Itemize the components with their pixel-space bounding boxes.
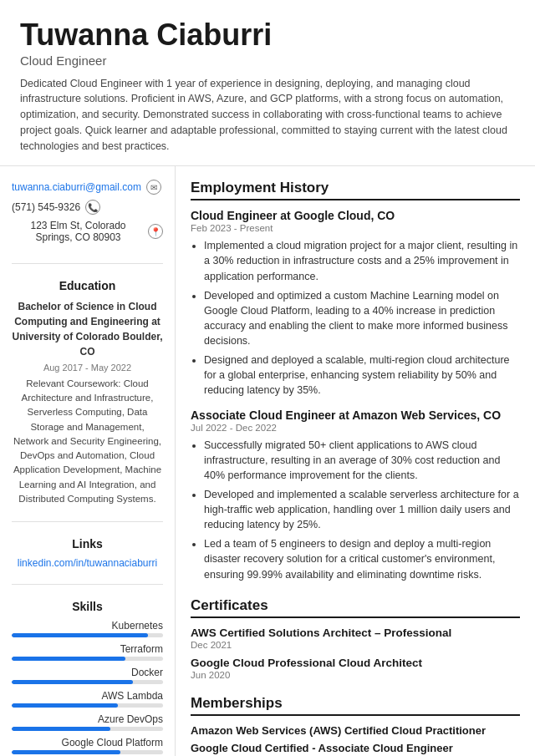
- left-column: tuwanna.ciaburri@gmail.com ✉ (571) 545-9…: [0, 166, 176, 756]
- skill-bar-fill: [12, 657, 125, 661]
- coursework-text: Relevant Coursework: Cloud Architecture …: [12, 377, 163, 506]
- skill-label: Docker: [12, 667, 163, 678]
- memberships-list: Amazon Web Services (AWS) Certified Clou…: [191, 724, 520, 754]
- email-link[interactable]: tuwanna.ciaburri@gmail.com: [12, 181, 141, 193]
- bullet-item: Designed and deployed a scalable, multi-…: [204, 353, 520, 398]
- email-icon: ✉: [146, 180, 161, 195]
- resume-container: Tuwanna Ciaburri Cloud Engineer Dedicate…: [0, 0, 535, 756]
- skill-bar-bg: [12, 680, 163, 684]
- phone-item: (571) 545-9326 📞: [12, 200, 163, 215]
- links-title: Links: [12, 537, 163, 551]
- skill-bar-fill: [12, 703, 118, 708]
- phone-text: (571) 545-9326: [12, 201, 80, 213]
- employment-section: Employment History Cloud Engineer at Goo…: [191, 180, 520, 581]
- job-title: Cloud Engineer at Google Cloud, CO: [191, 209, 520, 222]
- address-text: 123 Elm St, Colorado Springs, CO 80903: [12, 220, 145, 243]
- skill-bar-fill: [12, 633, 148, 637]
- phone-icon: 📞: [85, 200, 100, 215]
- header: Tuwanna Ciaburri Cloud Engineer Dedicate…: [0, 0, 535, 166]
- skill-bar-bg: [12, 750, 163, 754]
- right-column: Employment History Cloud Engineer at Goo…: [176, 166, 535, 756]
- skill-item: Azure DevOps: [12, 713, 163, 731]
- location-icon: 📍: [148, 224, 163, 239]
- cert-date: Jun 2020: [191, 670, 520, 680]
- job-bullets: Implemented a cloud migration project fo…: [191, 238, 520, 398]
- contact-section: tuwanna.ciaburri@gmail.com ✉ (571) 545-9…: [12, 180, 163, 264]
- skill-item: Google Cloud Platform: [12, 737, 163, 754]
- skill-bar-bg: [12, 633, 163, 637]
- cert-name: AWS Certified Solutions Architect – Prof…: [191, 627, 520, 639]
- skill-bar-bg: [12, 727, 163, 731]
- education-dates: Aug 2017 - May 2022: [12, 361, 163, 375]
- certificates-section: Certificates AWS Certified Solutions Arc…: [191, 597, 520, 680]
- skill-bar-bg: [12, 703, 163, 708]
- skill-label: Kubernetes: [12, 620, 163, 632]
- skills-section: Skills Kubernetes Terraform Docker AWS L…: [12, 600, 163, 756]
- job-dates: Jul 2022 - Dec 2022: [191, 423, 520, 433]
- skill-item: AWS Lambda: [12, 690, 163, 708]
- job-bullets: Successfully migrated 50+ client applica…: [191, 438, 520, 582]
- certificates-title: Certificates: [191, 597, 520, 618]
- links-section: Links linkedin.com/in/tuwannaciaburri: [12, 537, 163, 585]
- skills-title: Skills: [12, 600, 163, 613]
- job-entry: Associate Cloud Engineer at Amazon Web S…: [191, 408, 520, 582]
- education-title: Education: [12, 279, 163, 292]
- membership-item: Google Cloud Certified - Associate Cloud…: [191, 742, 520, 754]
- summary-text: Dedicated Cloud Engineer with 1 year of …: [20, 76, 515, 155]
- skill-bar-fill: [12, 680, 133, 684]
- bullet-item: Implemented a cloud migration project fo…: [204, 238, 520, 283]
- skill-item: Kubernetes: [12, 620, 163, 637]
- body-columns: tuwanna.ciaburri@gmail.com ✉ (571) 545-9…: [0, 166, 535, 756]
- memberships-title: Memberships: [191, 695, 520, 716]
- skill-bar-fill: [12, 750, 120, 754]
- skill-item: Docker: [12, 667, 163, 684]
- education-section: Education Bachelor of Science in Cloud C…: [12, 279, 163, 522]
- bullet-item: Developed and optimized a custom Machine…: [204, 288, 520, 349]
- cert-name: Google Cloud Professional Cloud Architec…: [191, 657, 520, 669]
- job-dates: Feb 2023 - Present: [191, 223, 520, 233]
- degree-text: Bachelor of Science in Cloud Computing a…: [12, 299, 163, 359]
- skill-label: Terraform: [12, 643, 163, 655]
- bullet-item: Developed and implemented a scalable ser…: [204, 487, 520, 532]
- skill-bar-fill: [12, 727, 110, 731]
- certs-list: AWS Certified Solutions Architect – Prof…: [191, 627, 520, 680]
- skills-list: Kubernetes Terraform Docker AWS Lambda A…: [12, 620, 163, 756]
- membership-item: Amazon Web Services (AWS) Certified Clou…: [191, 724, 520, 737]
- cert-date: Dec 2021: [191, 640, 520, 650]
- memberships-section: Memberships Amazon Web Services (AWS) Ce…: [191, 695, 520, 754]
- skill-label: AWS Lambda: [12, 690, 163, 702]
- email-item: tuwanna.ciaburri@gmail.com ✉: [12, 180, 163, 195]
- skill-item: Terraform: [12, 643, 163, 661]
- linkedin-link[interactable]: linkedin.com/in/tuwannaciaburri: [12, 557, 163, 569]
- bullet-item: Led a team of 5 engineers to design and …: [204, 536, 520, 581]
- candidate-title: Cloud Engineer: [20, 53, 515, 68]
- skill-label: Google Cloud Platform: [12, 737, 163, 748]
- employment-title: Employment History: [191, 180, 520, 200]
- bullet-item: Successfully migrated 50+ client applica…: [204, 438, 520, 483]
- education-detail: Bachelor of Science in Cloud Computing a…: [12, 299, 163, 506]
- cert-entry: AWS Certified Solutions Architect – Prof…: [191, 627, 520, 650]
- cert-entry: Google Cloud Professional Cloud Architec…: [191, 657, 520, 680]
- skill-bar-bg: [12, 657, 163, 661]
- address-item: 123 Elm St, Colorado Springs, CO 80903 📍: [12, 220, 163, 243]
- jobs-list: Cloud Engineer at Google Cloud, CO Feb 2…: [191, 209, 520, 581]
- job-entry: Cloud Engineer at Google Cloud, CO Feb 2…: [191, 209, 520, 398]
- candidate-name: Tuwanna Ciaburri: [20, 18, 515, 52]
- job-title: Associate Cloud Engineer at Amazon Web S…: [191, 408, 520, 422]
- skill-label: Azure DevOps: [12, 713, 163, 725]
